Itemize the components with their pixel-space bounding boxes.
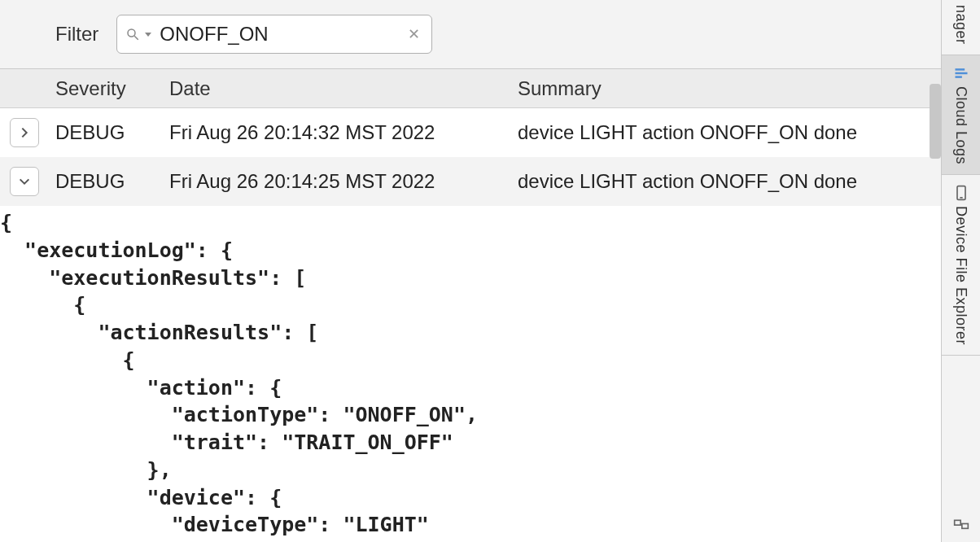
sidebar-tab-manager[interactable]: nager xyxy=(942,0,980,55)
filter-label: Filter xyxy=(55,23,98,46)
json-content[interactable]: { "executionLog": { "executionResults": … xyxy=(0,209,941,539)
cell-severity: DEBUG xyxy=(55,121,169,144)
log-table-header: Severity Date Summary xyxy=(0,69,941,108)
search-options-caret-icon[interactable] xyxy=(145,33,151,37)
svg-rect-7 xyxy=(954,520,960,525)
layout-icon xyxy=(953,518,969,534)
filter-input[interactable] xyxy=(160,23,405,46)
svg-rect-3 xyxy=(955,72,967,74)
log-row[interactable]: DEBUG Fri Aug 26 20:14:32 MST 2022 devic… xyxy=(0,108,941,157)
clear-filter-icon[interactable]: ✕ xyxy=(405,25,423,43)
search-icon[interactable] xyxy=(125,27,140,42)
sidebar-tab-label: nager xyxy=(952,5,969,45)
svg-rect-8 xyxy=(961,524,968,529)
sidebar-tab-cloud-logs[interactable]: Cloud Logs xyxy=(942,55,980,175)
svg-point-0 xyxy=(128,29,135,37)
log-row[interactable]: DEBUG Fri Aug 26 20:14:25 MST 2022 devic… xyxy=(0,157,941,206)
cell-date: Fri Aug 26 20:14:32 MST 2022 xyxy=(169,121,518,144)
device-icon xyxy=(953,185,969,201)
log-table: Severity Date Summary DEBUG Fri Aug 26 2… xyxy=(0,69,941,542)
column-header-summary: Summary xyxy=(518,77,941,100)
svg-rect-4 xyxy=(955,76,961,78)
svg-line-1 xyxy=(135,36,139,40)
sidebar-tab-extra[interactable] xyxy=(942,509,980,542)
cloud-logs-icon xyxy=(953,65,969,81)
expand-row-button[interactable] xyxy=(10,118,39,147)
column-header-severity: Severity xyxy=(55,77,169,100)
cell-summary: device LIGHT action ONOFF_ON done xyxy=(518,121,941,144)
sidebar-tab-label: Cloud Logs xyxy=(952,86,969,164)
right-sidebar: nager Cloud Logs Device File Explorer xyxy=(941,0,980,542)
cell-summary: device LIGHT action ONOFF_ON done xyxy=(518,170,941,193)
cell-date: Fri Aug 26 20:14:25 MST 2022 xyxy=(169,170,518,193)
log-detail-json: { "executionLog": { "executionResults": … xyxy=(0,206,941,542)
filter-bar: Filter ✕ xyxy=(0,0,941,69)
svg-rect-2 xyxy=(955,68,965,71)
sidebar-tab-device-file-explorer[interactable]: Device File Explorer xyxy=(942,175,980,356)
collapse-row-button[interactable] xyxy=(10,167,39,196)
sidebar-tab-label: Device File Explorer xyxy=(952,206,969,345)
column-header-date: Date xyxy=(169,77,518,100)
cell-severity: DEBUG xyxy=(55,170,169,193)
filter-search-box[interactable]: ✕ xyxy=(116,15,432,54)
scrollbar-thumb[interactable] xyxy=(930,84,941,159)
